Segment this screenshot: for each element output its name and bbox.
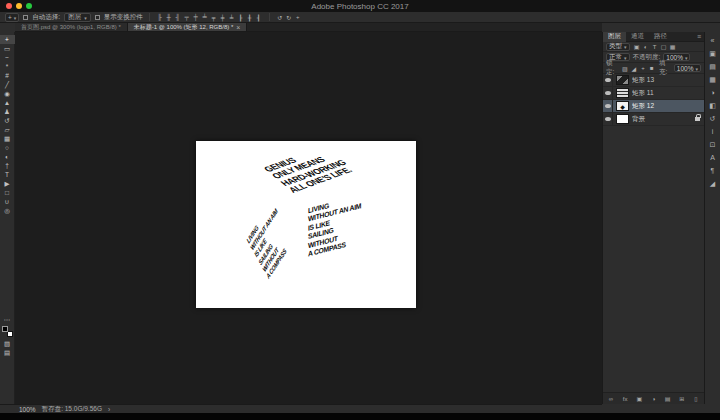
show-transform-controls-checkbox[interactable] (95, 15, 100, 20)
tab-paths[interactable]: 路径 (649, 32, 672, 42)
new-group-icon[interactable]: ▤ (664, 395, 672, 403)
align-horizontal-centers-icon[interactable]: ╫ (165, 13, 173, 22)
tab-untitled-1[interactable]: 未标题-1 @ 100% (矩形 12, RGB/8) * (128, 23, 248, 31)
lock-image-pixels-icon[interactable]: ◢ (630, 64, 638, 72)
pen-tool[interactable]: † (0, 161, 15, 170)
swatches-panel-icon[interactable]: ▤ (705, 60, 720, 73)
layer-thumbnail[interactable] (616, 101, 629, 111)
3d-rotate-mode-icon[interactable]: ↺ (276, 13, 284, 22)
link-layers-icon[interactable]: ∞ (607, 395, 615, 403)
character-panel-icon[interactable]: A (705, 151, 720, 164)
color-panel-icon[interactable]: ▣ (705, 47, 720, 60)
3d-roll-mode-icon[interactable]: ↻ (285, 13, 293, 22)
screen-mode-button[interactable]: ▤ (0, 348, 15, 357)
new-layer-icon[interactable]: ⊞ (678, 395, 686, 403)
hand-tool[interactable]: ∪ (0, 197, 15, 206)
navigator-panel-icon[interactable]: ⊡ (705, 138, 720, 151)
info-panel-icon[interactable]: i (705, 125, 720, 138)
layer-row-rect-12[interactable]: 矩形 12 (603, 100, 704, 113)
history-panel-icon[interactable]: ↺ (705, 112, 720, 125)
filter-type-layers-icon[interactable]: T (651, 43, 659, 51)
align-vertical-centers-icon[interactable]: ╪ (192, 13, 200, 22)
crop-tool[interactable]: # (0, 71, 15, 80)
zoom-level-field[interactable]: 100% (19, 406, 36, 413)
status-options-arrow-icon[interactable] (108, 406, 110, 413)
clone-stamp-tool[interactable]: ♟ (0, 107, 15, 116)
align-bottom-edges-icon[interactable]: ╧ (201, 13, 209, 22)
filter-pixel-layers-icon[interactable]: ▣ (633, 43, 641, 51)
brush-settings-panel-icon[interactable]: ◢ (705, 177, 720, 190)
gradient-tool[interactable]: ▦ (0, 134, 15, 143)
filter-shape-layers-icon[interactable]: ▢ (660, 43, 668, 51)
filter-adjustment-layers-icon[interactable]: ◐ (642, 43, 650, 51)
close-tab-icon[interactable] (236, 24, 240, 31)
type-tool[interactable]: T (0, 170, 15, 179)
layer-thumbnail[interactable] (616, 114, 629, 124)
layer-effects-icon[interactable]: fx (621, 395, 629, 403)
lasso-tool[interactable]: ~ (0, 53, 15, 62)
eraser-tool[interactable]: ▱ (0, 125, 15, 134)
path-selection-tool[interactable]: ▶ (0, 179, 15, 188)
3d-pan-mode-icon[interactable]: + (294, 13, 302, 22)
libraries-panel-icon[interactable]: ▦ (705, 73, 720, 86)
distribute-top-edges-icon[interactable]: ┯ (210, 13, 218, 22)
filter-smart-objects-icon[interactable]: ▦ (669, 43, 677, 51)
layer-thumbnail[interactable] (616, 88, 629, 98)
layer-visibility-toggle[interactable] (603, 87, 613, 100)
distribute-right-edges-icon[interactable]: ┨ (255, 13, 263, 22)
layer-row-background[interactable]: 背景 (603, 113, 704, 126)
align-left-edges-icon[interactable]: ╟ (156, 13, 164, 22)
eyedropper-tool[interactable]: ╱ (0, 80, 15, 89)
tab-homepage-psd[interactable]: 首页图.psd @ 300% (logo1, RGB/8) * (15, 23, 128, 31)
magic-wand-tool[interactable]: * (0, 62, 15, 71)
blur-tool[interactable]: ○ (0, 143, 15, 152)
distribute-left-edges-icon[interactable]: ┠ (237, 13, 245, 22)
quick-mask-button[interactable]: ▧ (0, 339, 15, 348)
rectangular-marquee-tool[interactable]: ▭ (0, 44, 15, 53)
foreground-color-swatch[interactable] (2, 326, 8, 332)
panel-menu-icon[interactable] (697, 33, 701, 40)
paragraph-panel-icon[interactable]: ¶ (705, 164, 720, 177)
align-top-edges-icon[interactable]: ╤ (183, 13, 191, 22)
document-tab-label: 首页图.psd @ 300% (logo1, RGB/8) * (21, 23, 121, 32)
auto-select-checkbox[interactable] (23, 15, 28, 20)
spot-healing-brush-tool[interactable]: ◉ (0, 89, 15, 98)
delete-layer-icon[interactable]: ▯ (692, 395, 700, 403)
history-brush-tool[interactable]: ↺ (0, 116, 15, 125)
tab-layers[interactable]: 图层 (603, 32, 626, 42)
lock-all-icon[interactable]: ■ (648, 64, 656, 72)
auto-select-target-select[interactable]: 图层 (64, 13, 91, 22)
color-swatches (2, 326, 13, 337)
layer-row-rect-13[interactable]: 矩形 13 (603, 74, 704, 87)
styles-panel-icon[interactable]: ◧ (705, 99, 720, 112)
document-tab-label: 未标题-1 @ 100% (矩形 12, RGB/8) * (134, 23, 233, 32)
fill-value: 100% (677, 65, 694, 72)
dodge-tool[interactable]: ◐ (0, 152, 15, 161)
tab-channels[interactable]: 通道 (626, 32, 649, 42)
fill-select[interactable]: 100% (674, 64, 701, 72)
layer-thumbnail[interactable] (616, 75, 629, 85)
rectangle-tool[interactable]: □ (0, 188, 15, 197)
layer-visibility-toggle[interactable] (603, 74, 613, 87)
lock-transparent-pixels-icon[interactable]: ▨ (621, 64, 629, 72)
edit-toolbar-button[interactable]: ⋯ (0, 315, 15, 324)
distribute-bottom-edges-icon[interactable]: ┷ (228, 13, 236, 22)
move-tool[interactable]: + (0, 35, 15, 44)
align-right-edges-icon[interactable]: ╢ (174, 13, 182, 22)
canvas-area[interactable]: GENIUSONLY MEANSHARD-WORKINGALL ONE'S LI… (15, 32, 602, 404)
add-layer-mask-icon[interactable]: ▣ (635, 395, 643, 403)
distribute-horizontal-centers-icon[interactable]: ╂ (246, 13, 254, 22)
adjustments-panel-icon[interactable]: ◑ (705, 86, 720, 99)
filter-kind-select[interactable]: 类型 (606, 43, 630, 51)
document-canvas[interactable]: GENIUSONLY MEANSHARD-WORKINGALL ONE'S LI… (196, 141, 416, 308)
layer-visibility-toggle[interactable] (603, 100, 613, 113)
brush-tool[interactable]: ▲ (0, 98, 15, 107)
tool-preset-picker[interactable]: + (5, 13, 19, 22)
lock-position-icon[interactable]: + (639, 64, 647, 72)
new-adjustment-layer-icon[interactable]: ◑ (649, 395, 657, 403)
zoom-tool[interactable]: ◎ (0, 206, 15, 215)
distribute-vertical-centers-icon[interactable]: ┿ (219, 13, 227, 22)
layer-row-rect-11[interactable]: 矩形 11 (603, 87, 704, 100)
expand-dock-icon[interactable]: « (705, 34, 720, 47)
layer-visibility-toggle[interactable] (603, 113, 613, 126)
